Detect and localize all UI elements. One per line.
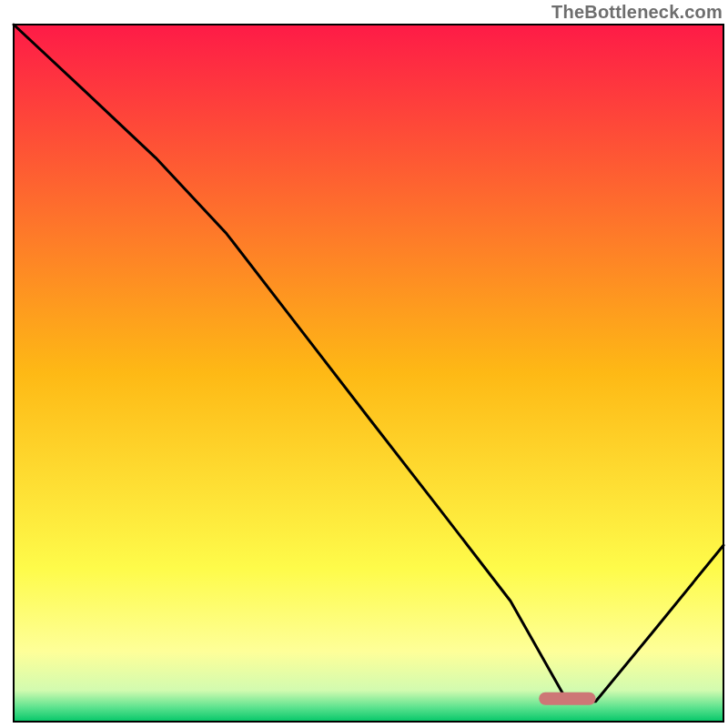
chart-stage: TheBottleneck.com bbox=[0, 0, 728, 728]
chart-svg bbox=[0, 0, 728, 728]
plot-background bbox=[14, 25, 723, 722]
optimal-zone-marker bbox=[539, 693, 595, 705]
